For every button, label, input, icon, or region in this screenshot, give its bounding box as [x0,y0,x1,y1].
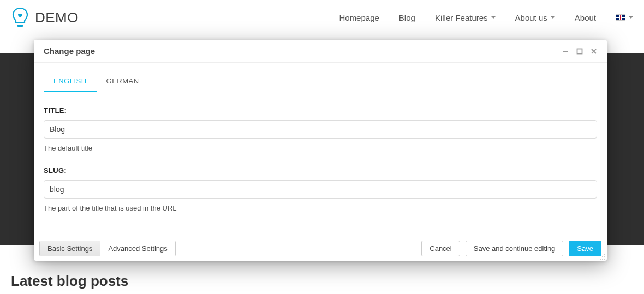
slug-input[interactable] [44,180,597,199]
svg-point-3 [602,256,603,257]
modal-body: ENGLISH GERMAN TITLE: The default title … [34,63,607,236]
nav-killer-features[interactable]: Killer Features [435,13,496,22]
save-continue-button[interactable]: Save and continue editing [466,241,564,256]
footer-actions: Cancel Save and continue editing Save [421,241,601,256]
language-switcher[interactable] [616,14,633,21]
page-heading: Latest blog posts [11,273,128,290]
svg-point-2 [604,254,605,255]
modal-footer: Basic Settings Advanced Settings Cancel … [34,236,607,261]
tab-german[interactable]: GERMAN [97,70,149,92]
tab-label: GERMAN [106,77,139,85]
modal-window-controls [562,48,597,55]
nav-label: Blog [399,13,415,22]
field-slug: SLUG: The part of the title that is used… [44,166,597,212]
tab-advanced-settings[interactable]: Advanced Settings [100,241,175,256]
svg-point-7 [604,259,605,260]
nav-label: Homepage [339,13,379,22]
nav-blog[interactable]: Blog [399,13,415,22]
language-tabs: ENGLISH GERMAN [44,70,597,92]
brand-wrap: DEMO [11,7,79,28]
settings-tab-group: Basic Settings Advanced Settings [39,241,176,256]
nav-label: About [575,13,596,22]
title-input[interactable] [44,120,597,139]
slug-label: SLUG: [44,166,597,175]
change-page-modal: Change page ENGLISH GERMAN [34,40,607,261]
nav-about-us[interactable]: About us [515,13,555,22]
maximize-icon[interactable] [576,48,583,55]
modal-scroll[interactable]: ENGLISH GERMAN TITLE: The default title … [34,63,607,236]
svg-point-5 [600,259,601,260]
main-nav: Homepage Blog Killer Features About us A… [339,13,633,22]
cancel-button[interactable]: Cancel [421,241,460,256]
chevron-down-icon [551,16,555,19]
svg-rect-1 [577,49,582,53]
title-label: TITLE: [44,106,597,115]
resize-handle-icon[interactable] [599,253,606,260]
uk-flag-icon [616,14,625,21]
svg-point-4 [604,256,605,257]
close-icon[interactable] [591,48,597,55]
modal-title: Change page [44,46,95,56]
save-button[interactable]: Save [569,241,601,256]
nav-label: About us [515,13,547,22]
tab-basic-settings[interactable]: Basic Settings [40,241,100,256]
brand-text: DEMO [35,9,79,26]
lightbulb-heart-icon [11,7,29,28]
nav-label: Killer Features [435,13,488,22]
modal-header: Change page [34,40,607,63]
field-title: TITLE: The default title [44,106,597,152]
tab-english[interactable]: ENGLISH [44,70,97,92]
svg-rect-0 [563,51,568,52]
chevron-down-icon [629,16,633,19]
chevron-down-icon [491,16,496,19]
nav-about[interactable]: About [575,13,596,22]
svg-point-6 [602,259,603,260]
minimize-icon[interactable] [562,48,569,55]
nav-homepage[interactable]: Homepage [339,13,379,22]
top-navbar: DEMO Homepage Blog Killer Features About… [0,0,644,35]
tab-label: ENGLISH [53,77,87,85]
slug-help: The part of the title that is used in th… [44,204,597,212]
title-help: The default title [44,144,597,152]
